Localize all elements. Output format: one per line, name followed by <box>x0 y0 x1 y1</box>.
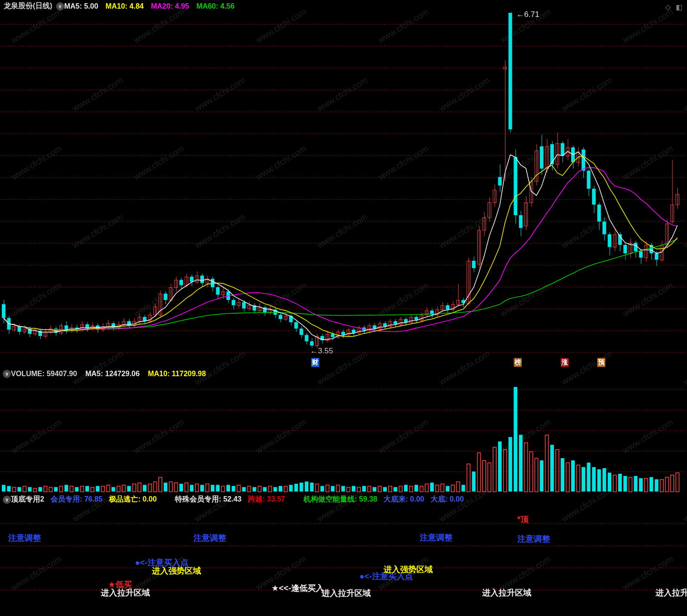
split-panel-icon[interactable]: ◧ <box>676 3 682 11</box>
main-chart-header: 龙泉股份(日线) ∨ MA5: 5.00 MA10: 4.84 MA20: 4.… <box>4 1 234 11</box>
indicator-field: 极品逃亡: 0.00 <box>109 495 157 504</box>
indicator-name: 顶底专用2 <box>11 495 44 504</box>
volume-value: VOLUME: 59407.90 <box>11 370 77 378</box>
volume-ma10-value: MA10: 117209.98 <box>148 370 206 378</box>
event-marker[interactable]: 预 <box>597 358 605 367</box>
indicator-field: 跨越: 33.57 <box>248 495 285 504</box>
indicator-annotation: *顶 <box>517 514 529 525</box>
volume-ma5-value: MA5: 124729.06 <box>85 370 140 378</box>
volume-header: ∨ VOLUME: 59407.90 MA5: 124729.06 MA10: … <box>3 370 206 378</box>
chart-canvas[interactable] <box>0 0 687 616</box>
chevron-down-icon[interactable]: ∨ <box>3 370 11 378</box>
indicator-field: 特殊会员专用: 52.43 <box>175 495 242 504</box>
indicator-annotation: ★<<-逢低买入 <box>271 583 324 594</box>
chevron-down-icon[interactable]: ∨ <box>56 2 64 10</box>
high-price-label: ←6.71 <box>516 10 539 19</box>
indicator-annotation: 进入拉升区域 <box>101 587 150 598</box>
event-marker[interactable]: 财 <box>311 358 319 367</box>
indicator-field: 机构做空能量线: 59.38 <box>303 495 377 504</box>
ma10-value: MA10: 4.84 <box>105 2 144 10</box>
indicator-annotation: 进入拉升区域 <box>482 587 531 598</box>
event-marker[interactable]: 榜 <box>514 358 522 367</box>
indicator-annotation: 进入拉升区域 <box>322 588 371 599</box>
stock-title: 龙泉股份(日线) <box>4 1 52 11</box>
app-window: 龙泉股份(日线) ∨ MA5: 5.00 MA10: 4.84 MA20: 4.… <box>0 0 687 616</box>
low-price-label: ←3.55 <box>310 347 333 356</box>
chevron-down-icon[interactable]: ∨ <box>3 496 11 504</box>
indicator-annotation: 进入拉升 <box>656 587 687 598</box>
indicator-field: 大底来: 0.00 <box>384 495 424 504</box>
indicator-header: ∨ 顶底专用2 会员专用: 76.85 极品逃亡: 0.00 特殊会员专用: 5… <box>3 495 464 504</box>
indicator-field: 大底: 0.00 <box>431 495 464 504</box>
indicator-annotation: 注意调整 <box>193 533 226 544</box>
diamond-icon[interactable]: ◇ <box>666 3 671 11</box>
ma20-value: MA20: 4.95 <box>151 2 189 10</box>
indicator-annotation: 进入强势区域 <box>384 564 433 575</box>
window-controls: ◇ ◧ <box>666 3 682 11</box>
indicator-annotation: 注意调整 <box>420 532 453 543</box>
event-marker[interactable]: 涨 <box>561 358 569 367</box>
indicator-field: 会员专用: 76.85 <box>51 495 103 504</box>
indicator-annotation: 注意调整 <box>517 533 550 544</box>
indicator-annotation: 注意调整 <box>8 533 41 544</box>
ma60-value: MA60: 4.56 <box>197 2 235 10</box>
indicator-annotation: 进入强势区域 <box>152 565 201 576</box>
ma5-value: MA5: 5.00 <box>64 2 99 10</box>
